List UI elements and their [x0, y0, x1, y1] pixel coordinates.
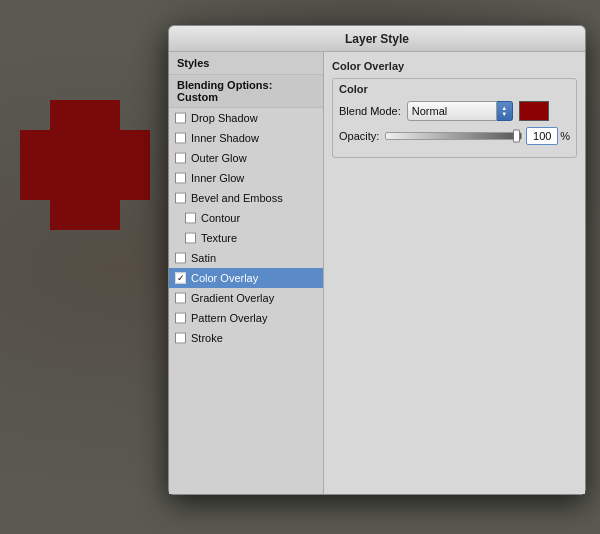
contour-label: Contour: [201, 212, 240, 224]
blend-mode-label: Blend Mode:: [339, 105, 401, 117]
blend-mode-arrows[interactable]: [497, 101, 513, 121]
sidebar-item-color-overlay[interactable]: Color Overlay: [169, 268, 323, 288]
texture-label: Texture: [201, 232, 237, 244]
sidebar-item-satin[interactable]: Satin: [169, 248, 323, 268]
opacity-row: Opacity: %: [339, 127, 570, 145]
stroke-label: Stroke: [191, 332, 223, 344]
layer-style-dialog: Layer Style Styles Blending Options: Cus…: [168, 25, 586, 495]
opacity-value-wrapper: %: [526, 127, 570, 145]
sidebar-item-bevel-emboss[interactable]: Bevel and Emboss: [169, 188, 323, 208]
color-overlay-section-title: Color Overlay: [332, 60, 577, 72]
red-cross-shape: [20, 100, 150, 230]
sidebar-item-stroke[interactable]: Stroke: [169, 328, 323, 348]
blend-mode-select-wrapper[interactable]: Normal Dissolve Multiply Screen Overlay: [407, 101, 513, 121]
gradient-overlay-checkbox[interactable]: [175, 293, 186, 304]
satin-checkbox[interactable]: [175, 253, 186, 264]
bevel-emboss-label: Bevel and Emboss: [191, 192, 283, 204]
color-overlay-checkbox[interactable]: [175, 273, 186, 284]
sidebar-item-inner-glow[interactable]: Inner Glow: [169, 168, 323, 188]
satin-label: Satin: [191, 252, 216, 264]
inner-shadow-checkbox[interactable]: [175, 133, 186, 144]
opacity-label: Opacity:: [339, 130, 379, 142]
sidebar-item-contour[interactable]: Contour: [169, 208, 323, 228]
dialog-body: Styles Blending Options: Custom Drop Sha…: [169, 52, 585, 494]
blend-mode-row: Blend Mode: Normal Dissolve Multiply Scr…: [339, 101, 570, 121]
color-group-border: Color Blend Mode: Normal Dissolve Multip…: [332, 78, 577, 158]
opacity-slider-thumb[interactable]: [513, 130, 520, 143]
styles-panel: Styles Blending Options: Custom Drop Sha…: [169, 52, 324, 494]
color-swatch[interactable]: [519, 101, 549, 121]
outer-glow-label: Outer Glow: [191, 152, 247, 164]
sidebar-item-inner-shadow[interactable]: Inner Shadow: [169, 128, 323, 148]
contour-checkbox[interactable]: [185, 213, 196, 224]
drop-shadow-label: Drop Shadow: [191, 112, 258, 124]
options-panel: Color Overlay Color Blend Mode: Normal D…: [324, 52, 585, 494]
outer-glow-checkbox[interactable]: [175, 153, 186, 164]
color-overlay-label: Color Overlay: [191, 272, 258, 284]
bevel-emboss-checkbox[interactable]: [175, 193, 186, 204]
sidebar-item-pattern-overlay[interactable]: Pattern Overlay: [169, 308, 323, 328]
texture-checkbox[interactable]: [185, 233, 196, 244]
dialog-title-bar: Layer Style: [169, 26, 585, 52]
opacity-slider[interactable]: [385, 132, 522, 140]
inner-glow-label: Inner Glow: [191, 172, 244, 184]
percent-sign: %: [560, 130, 570, 142]
sidebar-item-texture[interactable]: Texture: [169, 228, 323, 248]
blend-mode-select[interactable]: Normal Dissolve Multiply Screen Overlay: [407, 101, 497, 121]
styles-panel-header: Styles: [169, 52, 323, 75]
pattern-overlay-label: Pattern Overlay: [191, 312, 267, 324]
drop-shadow-checkbox[interactable]: [175, 113, 186, 124]
blending-options-item[interactable]: Blending Options: Custom: [169, 75, 323, 108]
inner-shadow-label: Inner Shadow: [191, 132, 259, 144]
sidebar-item-gradient-overlay[interactable]: Gradient Overlay: [169, 288, 323, 308]
opacity-input[interactable]: [526, 127, 558, 145]
sidebar-item-drop-shadow[interactable]: Drop Shadow: [169, 108, 323, 128]
inner-glow-checkbox[interactable]: [175, 173, 186, 184]
stroke-checkbox[interactable]: [175, 333, 186, 344]
pattern-overlay-checkbox[interactable]: [175, 313, 186, 324]
sidebar-item-outer-glow[interactable]: Outer Glow: [169, 148, 323, 168]
gradient-overlay-label: Gradient Overlay: [191, 292, 274, 304]
dialog-title: Layer Style: [345, 32, 409, 46]
color-group-label: Color: [339, 83, 570, 95]
